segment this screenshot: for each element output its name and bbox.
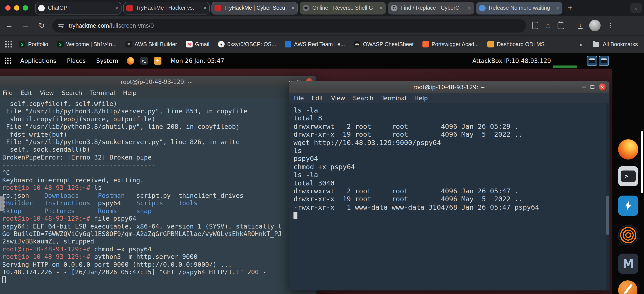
tab-close-icon[interactable]: ×: [380, 5, 383, 12]
browser-menu-icon[interactable]: ⋮: [607, 22, 614, 30]
terminal-scrollbar[interactable]: [606, 103, 609, 290]
all-bookmarks-label: All Bookmarks: [603, 41, 638, 47]
terminal-menu-file[interactable]: File: [290, 94, 308, 101]
browser-tab[interactable]: CFind / Replace - CyberC×: [388, 2, 474, 14]
extensions-icon[interactable]: [558, 22, 564, 29]
window-titlebar[interactable]: root@ip-10-48-93-129: ~ ×: [0, 76, 316, 87]
terminal-panel-icon[interactable]: >_: [140, 57, 148, 64]
terminal-menu-view[interactable]: View: [36, 89, 58, 96]
window-titlebar[interactable]: root@ip-10-48-93-129: ~ ×: [289, 81, 609, 93]
forward-icon[interactable]: →: [18, 19, 32, 32]
bookmark-item[interactable]: ◎OWASP CheatSheet: [354, 41, 414, 48]
new-tab-button[interactable]: +: [568, 3, 572, 13]
bolt-icon[interactable]: [618, 196, 638, 216]
firefox-icon[interactable]: [618, 139, 638, 160]
browser-tab[interactable]: TryHackMe | Hacker vs. ×: [123, 2, 210, 14]
terminal-line: ls: [294, 147, 609, 155]
bookmark-item[interactable]: MGmail: [186, 41, 209, 48]
panel-clock[interactable]: Mon 26 Jan, 05:47: [171, 57, 224, 64]
bookmark-item[interactable]: Dashboard ODLMS: [488, 41, 545, 48]
bookmark-label: Portswigger Acad...: [432, 41, 478, 47]
page-scrollbar[interactable]: [641, 131, 643, 193]
terminal-menu-view[interactable]: View: [327, 94, 349, 101]
taskbar-terminal-button[interactable]: [587, 56, 597, 66]
terminal-line: ls -la: [294, 171, 609, 179]
bookmarks-bar: SPortfolioSWelcome | Sh1v4n...≡AWS Skill…: [0, 35, 644, 53]
tab-search-button[interactable]: ⌄: [630, 3, 642, 13]
bookmarks-overflow-icon[interactable]: »: [575, 41, 587, 48]
tab-close-icon[interactable]: ×: [468, 5, 471, 12]
tab-close-icon[interactable]: ×: [556, 5, 559, 12]
vm-top-panel: ApplicationsPlacesSystem >_ Mon 26 Jan, …: [0, 53, 644, 69]
terminal-line: BrokenPipeError: [Errno 32] Broken pipe: [2, 154, 316, 162]
browser-tab[interactable]: TryHackMe | Cyber Secu×: [212, 2, 298, 14]
apps-grid-icon[interactable]: [5, 41, 12, 48]
bookmark-item[interactable]: ●0xsyr0/OSCP: OS...: [218, 41, 276, 48]
chatgpt-favicon: [38, 5, 45, 11]
bookmark-item[interactable]: SWelcome | Sh1v4n...: [57, 41, 117, 48]
terminal-menu-terminal[interactable]: Terminal: [86, 89, 119, 96]
orange-spiral-icon[interactable]: [618, 225, 638, 245]
scrollbar-thumb[interactable]: [606, 196, 609, 235]
dock-handle[interactable]: [0, 196, 5, 211]
minimize-icon[interactable]: [582, 87, 586, 87]
browser-tab[interactable]: ☠Online - Reverse Shell G×: [300, 2, 386, 14]
terminal-menu-terminal[interactable]: Terminal: [377, 94, 410, 101]
profile-avatar[interactable]: [590, 20, 601, 31]
terminal-menu-search[interactable]: Search: [58, 89, 86, 96]
bookmark-label: 0xsyr0/OSCP: OS...: [227, 41, 276, 47]
all-bookmarks-button[interactable]: All Bookmarks: [587, 41, 638, 47]
terminal-output[interactable]: ls -latotal 8drwxrwxrwt 2 root root 4096…: [289, 103, 609, 290]
metasploit-icon[interactable]: M: [618, 254, 638, 274]
terminal-menu-edit[interactable]: Edit: [16, 89, 36, 96]
lightning-panel-icon[interactable]: [154, 57, 162, 64]
downloads-icon[interactable]: ↓: [578, 22, 583, 29]
terminal-thumbnail-icon: [601, 58, 607, 63]
terminal-menu-search[interactable]: Search: [349, 94, 378, 101]
zoom-button[interactable]: [23, 5, 28, 11]
browser-tab[interactable]: Release No more waiting×: [476, 2, 562, 14]
maximize-icon[interactable]: [590, 85, 594, 89]
bookmark-item[interactable]: Portswigger Acad...: [422, 41, 478, 48]
app-rail: >_M: [612, 53, 644, 294]
tab-close-icon[interactable]: ×: [203, 5, 206, 12]
tab-close-icon[interactable]: ×: [115, 5, 118, 12]
tab-title: Online - Reverse Shell G: [312, 5, 377, 11]
pen-icon[interactable]: [618, 280, 638, 294]
taskbar-terminal-button[interactable]: [599, 56, 609, 66]
terminal-output[interactable]: self.copyfile(f, self.wfile) File "/usr/…: [0, 98, 316, 294]
tab-close-icon[interactable]: ×: [291, 5, 295, 12]
firefox-panel-icon[interactable]: [127, 57, 134, 64]
bookmark-label: AWS Red Team Le...: [294, 41, 345, 47]
address-bar[interactable]: tryhackme.com/fullscreen-vms/0: [52, 19, 526, 32]
panel-menu-places[interactable]: Places: [62, 57, 91, 64]
close-icon[interactable]: ×: [599, 83, 606, 91]
bookmark-label: AWS Skill Builder: [134, 41, 177, 47]
terminal-menu-edit[interactable]: Edit: [308, 94, 327, 101]
bookmark-label: Dashboard ODLMS: [497, 41, 545, 47]
terminal-line: [2, 276, 316, 284]
share-icon[interactable]: ↑: [532, 22, 538, 29]
terminal-menu-file[interactable]: File: [0, 89, 16, 96]
terminal-menu-help[interactable]: Help: [119, 89, 140, 96]
bookmark-item[interactable]: SPortfolio: [19, 41, 48, 48]
back-icon[interactable]: ←: [2, 19, 16, 32]
bookmark-list: SPortfolioSWelcome | Sh1v4n...≡AWS Skill…: [19, 41, 545, 48]
applications-grid-icon[interactable]: [4, 57, 12, 64]
terminal-icon[interactable]: >_: [618, 166, 638, 186]
release-page-favicon: [479, 5, 486, 11]
browser-tab[interactable]: ChatGPT×: [35, 2, 122, 14]
terminal-window-right[interactable]: root@ip-10-48-93-129: ~ × FileEditViewSe…: [289, 81, 610, 290]
site-settings-icon[interactable]: [58, 24, 64, 27]
bookmark-star-icon[interactable]: ☆: [545, 21, 551, 30]
odlms-favicon: [488, 41, 494, 48]
bookmark-item[interactable]: AWS Red Team Le...: [285, 41, 345, 48]
minimize-button[interactable]: [14, 5, 19, 11]
panel-menu-applications[interactable]: Applications: [15, 57, 62, 64]
bookmark-item[interactable]: ≡AWS Skill Builder: [125, 41, 177, 48]
close-button[interactable]: [5, 5, 10, 11]
terminal-window-left[interactable]: root@ip-10-48-93-129: ~ × FileEditViewSe…: [0, 76, 317, 294]
reload-icon[interactable]: ↻: [35, 19, 49, 32]
panel-menu-system[interactable]: System: [91, 57, 124, 64]
terminal-menu-help[interactable]: Help: [410, 94, 432, 101]
